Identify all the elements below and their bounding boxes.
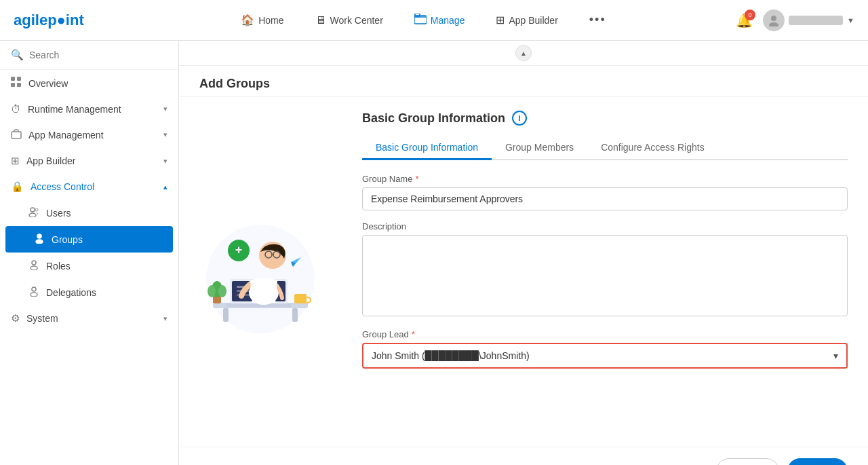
sidebar-item-accesscontrol[interactable]: 🔒 Access Control ▴ [0, 174, 178, 200]
chevron-right-icon: ▾ [163, 130, 167, 139]
appbuilder-icon: ⊞ [11, 155, 20, 167]
illustration-area: + [179, 97, 342, 447]
svg-rect-7 [17, 83, 21, 87]
topnav-right: 🔔 0 ▼ [736, 10, 854, 31]
group-name-input[interactable] [362, 187, 848, 210]
lock-icon: 🔒 [11, 181, 24, 193]
svg-rect-37 [294, 294, 307, 303]
svg-point-17 [31, 293, 37, 297]
collapse-sidebar-button[interactable]: ▲ [515, 45, 532, 61]
users-icon [28, 206, 39, 219]
grid-icon: ⊞ [496, 14, 505, 26]
sidebar-search-container: 🔍 [0, 41, 178, 70]
main-layout: 🔍 Overview ⏱ Runtime Management ▾ A [0, 41, 868, 465]
svg-rect-1 [415, 14, 420, 16]
group-name-label: Group Name * [362, 174, 848, 184]
svg-point-12 [37, 234, 41, 238]
svg-point-2 [771, 16, 776, 21]
sidebar-item-runtime[interactable]: ⏱ Runtime Management ▾ [0, 96, 178, 122]
svg-rect-20 [223, 308, 229, 322]
accesscontrol-subitems: Users Groups Roles Delegations [0, 200, 178, 305]
nav-appbuilder[interactable]: ⊞ App Builder [490, 11, 563, 29]
nav-home[interactable]: 🏠 Home [235, 11, 289, 29]
chevron-right-icon: ▾ [163, 157, 167, 166]
svg-point-9 [31, 208, 35, 212]
tabs-container: Basic Group Information Group Members Co… [362, 136, 848, 160]
description-field: Description [362, 221, 848, 318]
search-input[interactable] [29, 50, 167, 60]
monitor-icon: 🖥 [315, 14, 326, 26]
required-indicator-lead: * [412, 329, 415, 339]
sidebar-item-groups[interactable]: Groups [5, 226, 173, 253]
grid-overview-icon [11, 77, 22, 90]
sidebar-item-users[interactable]: Users [0, 200, 178, 226]
main-content: ▲ Add Groups [179, 41, 868, 465]
clock-icon: ⏱ [11, 103, 21, 115]
form-title-container: Basic Group Information i [362, 111, 848, 126]
svg-point-16 [32, 287, 36, 291]
top-navigation: agilep●int 🏠 Home 🖥 Work Center Manage ⊞… [0, 0, 868, 41]
chevron-right-icon: ▾ [163, 105, 167, 113]
chevron-up-icon: ▴ [163, 183, 167, 191]
folder-icon [414, 14, 427, 27]
svg-point-35 [208, 285, 216, 297]
roles-icon [28, 259, 39, 272]
svg-point-15 [31, 266, 37, 270]
tab-basic-info[interactable]: Basic Group Information [362, 136, 492, 160]
tab-group-members[interactable]: Group Members [492, 136, 587, 160]
description-input[interactable] [362, 235, 848, 316]
svg-rect-21 [292, 308, 298, 322]
svg-rect-6 [11, 83, 15, 87]
nav-more-button[interactable]: ••• [584, 10, 612, 30]
info-icon[interactable]: i [512, 111, 527, 126]
group-lead-field: Group Lead * John Smith (████████\JohnSm… [362, 329, 848, 369]
svg-point-3 [769, 22, 778, 26]
form-area: Basic Group Information i Basic Group In… [342, 97, 868, 447]
notification-badge: 0 [745, 10, 755, 20]
tab-configure-access[interactable]: Configure Access Rights [587, 136, 718, 160]
sidebar: 🔍 Overview ⏱ Runtime Management ▾ A [0, 41, 179, 465]
app-logo[interactable]: agilep●int [14, 12, 84, 29]
svg-rect-5 [17, 77, 21, 81]
add-groups-illustration: + [193, 204, 328, 340]
group-name-field: Group Name * [362, 174, 848, 210]
svg-rect-4 [11, 77, 15, 81]
user-profile-button[interactable]: ▼ [763, 10, 854, 31]
group-lead-select-wrapper: John Smith (████████\JohnSmith) ▾ [362, 343, 848, 369]
nav-manage[interactable]: Manage [409, 11, 471, 30]
description-label: Description [362, 221, 848, 231]
group-lead-label: Group Lead * [362, 329, 848, 339]
sidebar-item-system[interactable]: ⚙ System ▾ [0, 305, 178, 331]
search-icon: 🔍 [11, 49, 24, 61]
delegations-icon [28, 286, 39, 299]
sidebar-item-appbuilder[interactable]: ⊞ App Builder ▾ [0, 148, 178, 174]
username-display [789, 16, 843, 25]
chevron-right-icon: ▾ [163, 314, 167, 323]
sidebar-item-appmanagement[interactable]: App Management ▾ [0, 122, 178, 148]
nav-workcenter[interactable]: 🖥 Work Center [310, 12, 389, 29]
required-indicator: * [415, 174, 418, 184]
cancel-button[interactable]: Cancel [716, 458, 780, 465]
notification-button[interactable]: 🔔 0 [736, 12, 753, 29]
page-title: Add Groups [179, 66, 868, 97]
collapse-arrow-container: ▲ [179, 41, 868, 66]
group-lead-select[interactable]: John Smith (████████\JohnSmith) [363, 344, 846, 367]
nav-menu: 🏠 Home 🖥 Work Center Manage ⊞ App Builde… [111, 10, 736, 30]
svg-point-36 [218, 285, 226, 297]
group-icon [34, 233, 45, 246]
form-title-text: Basic Group Information [362, 111, 505, 126]
sidebar-item-overview[interactable]: Overview [0, 70, 178, 96]
svg-point-14 [32, 261, 36, 265]
sidebar-item-roles[interactable]: Roles [0, 253, 178, 279]
next-button[interactable]: Next [787, 458, 848, 465]
sidebar-item-delegations[interactable]: Delegations [0, 279, 178, 305]
content-area: + Basic Group Information i Basic Group … [179, 97, 868, 447]
home-icon: 🏠 [241, 14, 254, 26]
svg-point-13 [36, 240, 43, 244]
chevron-down-icon: ▼ [847, 16, 854, 24]
avatar [763, 10, 785, 31]
svg-text:+: + [235, 243, 243, 257]
svg-point-10 [29, 213, 36, 217]
footer-buttons: Cancel Next [179, 447, 868, 465]
svg-rect-8 [12, 132, 21, 138]
